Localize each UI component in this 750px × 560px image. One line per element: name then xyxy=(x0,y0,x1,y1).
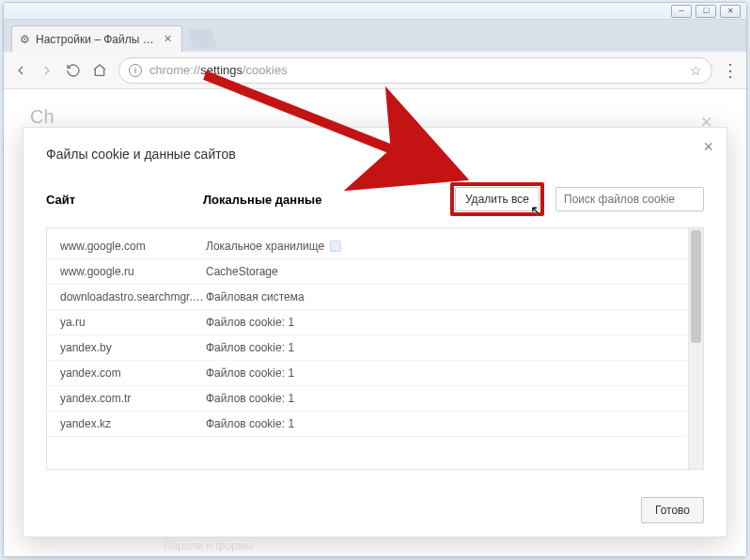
bookmark-star-icon[interactable]: ☆ xyxy=(690,63,702,78)
reload-icon[interactable] xyxy=(66,63,83,78)
table-row[interactable]: yandex.byФайлов cookie: 1 xyxy=(47,335,688,361)
site-info-icon[interactable]: i xyxy=(129,64,142,77)
tab-strip: ⚙ Настройки – Файлы coo ✕ xyxy=(4,20,746,52)
cell-site: ya.ru xyxy=(60,316,206,329)
cell-site: downloadastro.searchmgr.com xyxy=(60,290,206,303)
column-header-local: Локальные данные xyxy=(203,193,439,207)
home-icon[interactable] xyxy=(92,63,109,78)
cell-local: Локальное хранилище xyxy=(206,240,675,253)
cell-local: Файлов cookie: 1 xyxy=(206,366,675,380)
scrollbar[interactable] xyxy=(688,228,703,469)
address-bar[interactable]: i chrome://settings/cookies ☆ xyxy=(118,57,712,84)
forward-icon[interactable] xyxy=(39,63,56,78)
dialog-title: Файлы cookie и данные сайтов xyxy=(23,128,727,169)
url-text: chrome://settings/cookies xyxy=(149,63,682,77)
close-tab-icon[interactable]: ✕ xyxy=(164,33,172,45)
content-area: Ch × × Файлы cookie и данные сайтов Сайт… xyxy=(4,89,746,556)
table-row[interactable]: www.google.comЛокальное хранилище xyxy=(47,234,688,259)
back-icon[interactable] xyxy=(13,63,30,78)
cell-local: CacheStorage xyxy=(206,265,675,278)
table-row[interactable]: yandex.comФайлов cookie: 1 xyxy=(47,361,688,386)
cell-local: Файлов cookie: 1 xyxy=(206,316,675,329)
cell-site: yandex.by xyxy=(60,341,206,354)
cell-site: yandex.com.tr xyxy=(60,392,206,405)
column-header-site: Сайт xyxy=(46,193,192,207)
minimize-button[interactable]: ─ xyxy=(671,5,692,18)
cell-local: Файлов cookie: 1 xyxy=(206,392,675,405)
tab-title: Настройки – Файлы coo xyxy=(36,33,158,46)
cookies-table: www.google.comЛокальное хранилищеwww.goo… xyxy=(46,227,704,470)
close-window-button[interactable]: ✕ xyxy=(720,5,741,18)
cell-site: www.google.com xyxy=(60,240,206,253)
cell-site: www.google.ru xyxy=(60,265,206,278)
new-tab-button[interactable] xyxy=(187,29,217,48)
cell-local: Файлов cookie: 1 xyxy=(206,417,675,430)
cell-local: Файлов cookie: 1 xyxy=(206,341,675,354)
done-button[interactable]: Готово xyxy=(641,497,704,523)
cell-site: yandex.kz xyxy=(60,417,206,430)
toolbar: i chrome://settings/cookies ☆ ⋮ xyxy=(4,52,746,89)
delete-all-highlight: Удалить все ↖ xyxy=(450,182,544,216)
kebab-menu-icon[interactable]: ⋮ xyxy=(722,68,737,73)
tab-settings[interactable]: ⚙ Настройки – Файлы coo ✕ xyxy=(11,25,182,52)
delete-all-button[interactable]: Удалить все xyxy=(455,187,539,211)
dialog-header-row: Сайт Локальные данные Удалить все ↖ xyxy=(23,169,727,224)
cell-local: Файловая система xyxy=(206,290,675,303)
dialog-footer: Готово xyxy=(641,497,704,523)
storage-icon xyxy=(330,241,341,252)
maximize-button[interactable]: ☐ xyxy=(695,5,716,18)
table-row[interactable]: downloadastro.searchmgr.comФайловая сист… xyxy=(47,285,688,310)
search-cookies-input[interactable] xyxy=(555,187,704,211)
background-heading: Ch xyxy=(30,106,55,128)
cookies-dialog: × Файлы cookie и данные сайтов Сайт Лока… xyxy=(23,127,727,537)
table-row[interactable]: yandex.com.trФайлов cookie: 1 xyxy=(47,386,688,412)
table-row[interactable]: www.google.ruCacheStorage xyxy=(47,259,688,285)
table-row[interactable]: yandex.kzФайлов cookie: 1 xyxy=(47,412,688,437)
os-titlebar: ─ ☐ ✕ xyxy=(4,3,746,20)
cell-site: yandex.com xyxy=(60,366,206,380)
gear-icon: ⚙ xyxy=(20,33,30,46)
browser-window: ─ ☐ ✕ ⚙ Настройки – Файлы coo ✕ i chrome… xyxy=(3,2,747,557)
scrollbar-thumb[interactable] xyxy=(691,230,701,343)
background-section-label: Пароли и формы xyxy=(164,539,254,552)
dialog-close-icon[interactable]: × xyxy=(703,137,713,157)
table-row[interactable]: ya.ruФайлов cookie: 1 xyxy=(47,310,688,335)
